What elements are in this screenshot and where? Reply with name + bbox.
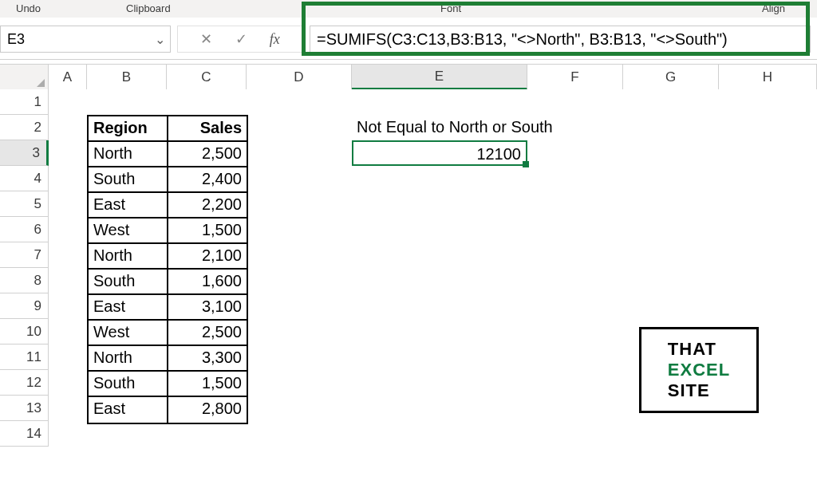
table-row: North 2,100 (89, 244, 247, 270)
cell-region[interactable]: East (89, 295, 168, 321)
cell-sales[interactable]: 2,500 (168, 142, 247, 167)
cell-region[interactable]: North (89, 244, 168, 270)
cell-region[interactable]: South (89, 167, 168, 193)
cell-region[interactable]: South (89, 270, 168, 295)
cell-region[interactable]: East (89, 397, 168, 423)
logo-line-1: THAT (668, 339, 730, 360)
row-header-12[interactable]: 12 (0, 370, 49, 396)
ribbon-alignment-label: Align (762, 2, 785, 14)
cell-region[interactable]: North (89, 346, 168, 372)
table-row: West 1,500 (89, 219, 247, 244)
row-header-8[interactable]: 8 (0, 268, 49, 293)
col-header-b[interactable]: B (87, 65, 167, 90)
col-header-d[interactable]: D (247, 65, 352, 90)
row-header-10[interactable]: 10 (0, 319, 49, 345)
cell-sales[interactable]: 1,500 (168, 372, 247, 397)
row-header-1[interactable]: 1 (0, 89, 49, 115)
table-row: South 2,400 (89, 167, 247, 193)
name-box[interactable]: E3 ⌄ (0, 26, 171, 53)
cell-region[interactable]: South (89, 372, 168, 397)
cell-sales[interactable]: 2,100 (168, 244, 247, 270)
ribbon-labels: Undo Clipboard Font Align (0, 0, 817, 18)
cell-sales[interactable]: 1,500 (168, 219, 247, 244)
row-header-7[interactable]: 7 (0, 242, 49, 268)
ribbon-undo-label: Undo (16, 2, 41, 14)
row-header-3[interactable]: 3 (0, 140, 49, 166)
cell-region[interactable]: East (89, 193, 168, 219)
row-header-11[interactable]: 11 (0, 345, 49, 370)
table-row: East 3,100 (89, 295, 247, 321)
col-header-e[interactable]: E (352, 65, 527, 90)
row-header-6[interactable]: 6 (0, 217, 49, 242)
table-row: South 1,500 (89, 372, 247, 397)
header-sales[interactable]: Sales (168, 116, 247, 142)
row-header-13[interactable]: 13 (0, 396, 49, 421)
cell-sales[interactable]: 2,200 (168, 193, 247, 219)
name-box-value: E3 (7, 31, 25, 48)
header-region[interactable]: Region (89, 116, 168, 142)
cell-region[interactable]: North (89, 142, 168, 167)
formula-bar-input[interactable] (310, 26, 811, 53)
ribbon-clipboard-label: Clipboard (126, 2, 171, 14)
data-table: Region Sales North 2,500 South 2,400 Eas… (87, 115, 248, 424)
row-header-2[interactable]: 2 (0, 115, 49, 140)
cell-e3-selected[interactable]: 12100 (352, 140, 527, 166)
fill-handle[interactable] (523, 161, 529, 167)
select-all-corner[interactable] (0, 65, 49, 90)
chevron-down-icon[interactable]: ⌄ (155, 32, 165, 47)
output-label[interactable]: Not Equal to North or South (357, 118, 553, 136)
col-header-a[interactable]: A (49, 65, 87, 90)
column-headers: A B C D E F G H (0, 64, 817, 89)
row-header-4[interactable]: 4 (0, 166, 49, 191)
cell-sales[interactable]: 2,500 (168, 321, 247, 346)
cancel-icon[interactable]: ✕ (200, 30, 212, 48)
cell-e3-value: 12100 (476, 145, 521, 163)
formula-controls: ✕ ✓ fx (177, 26, 303, 53)
col-header-f[interactable]: F (527, 65, 623, 90)
cell-sales[interactable]: 1,600 (168, 270, 247, 295)
cell-sales[interactable]: 3,300 (168, 346, 247, 372)
logo-line-2: EXCEL (668, 360, 730, 380)
row-header-9[interactable]: 9 (0, 293, 49, 319)
row-header-14[interactable]: 14 (0, 421, 49, 447)
table-row: East 2,200 (89, 193, 247, 219)
table-row: North 2,500 (89, 142, 247, 167)
divider (0, 59, 817, 60)
cell-region[interactable]: West (89, 219, 168, 244)
row-header-5[interactable]: 5 (0, 191, 49, 217)
col-header-c[interactable]: C (167, 65, 247, 90)
cell-sales[interactable]: 2,400 (168, 167, 247, 193)
table-row: South 1,600 (89, 270, 247, 295)
enter-icon[interactable]: ✓ (235, 30, 247, 48)
col-header-h[interactable]: H (719, 65, 817, 90)
formula-bar-row: E3 ⌄ ✕ ✓ fx (0, 22, 817, 56)
cell-region[interactable]: West (89, 321, 168, 346)
ribbon-font-label: Font (440, 2, 461, 14)
fx-icon[interactable]: fx (270, 31, 280, 48)
col-header-g[interactable]: G (623, 65, 719, 90)
table-row: North 3,300 (89, 346, 247, 372)
table-header-row: Region Sales (89, 116, 247, 142)
table-row: West 2,500 (89, 321, 247, 346)
table-row: East 2,800 (89, 397, 247, 423)
site-logo: THAT EXCEL SITE (639, 327, 759, 413)
cell-sales[interactable]: 2,800 (168, 397, 247, 423)
cell-sales[interactable]: 3,100 (168, 295, 247, 321)
logo-line-3: SITE (668, 380, 730, 401)
